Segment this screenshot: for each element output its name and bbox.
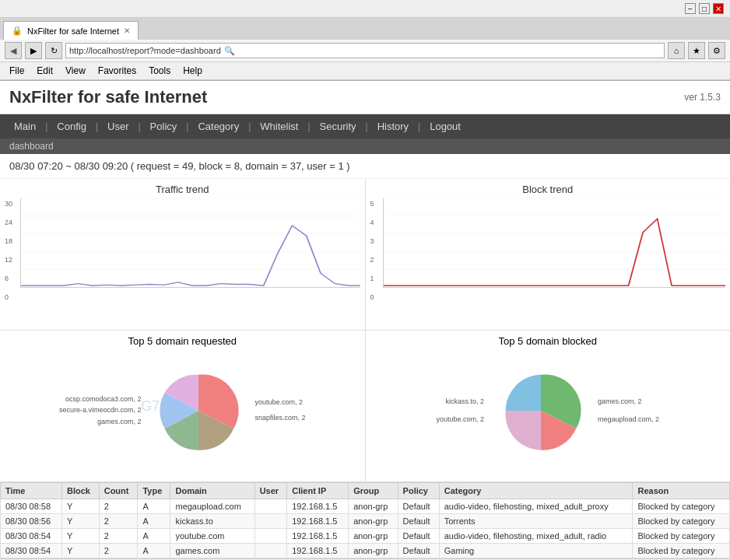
table-row: 08/30 08:56Y2Akickass.to192.168.1.5anon-…: [1, 514, 730, 529]
traffic-chart-svg: [20, 198, 360, 288]
home-button[interactable]: ⌂: [668, 42, 685, 59]
block-y-3: 3: [370, 237, 381, 245]
table-cell: Blocked by category: [633, 499, 730, 514]
top-blocked-panel: Top 5 domain blocked kickass.to, 2 youtu…: [366, 331, 731, 481]
table-cell: A: [138, 529, 170, 544]
stats-text: 08/30 07:20 ~ 08/30 09:20 ( request = 49…: [9, 160, 350, 172]
pie-label-games: games.com, 2: [59, 416, 142, 427]
tab-favicon: 🔒: [12, 26, 23, 36]
stats-bar: 08/30 07:20 ~ 08/30 09:20 ( request = 49…: [0, 154, 730, 179]
col-client-ip: Client IP: [287, 483, 349, 499]
table-cell: 2: [99, 514, 138, 529]
nav-policy[interactable]: Policy: [142, 114, 185, 138]
col-reason: Reason: [633, 483, 730, 499]
block-y-4: 4: [370, 219, 381, 226]
y-label-0: 0: [5, 293, 19, 301]
table-cell: [254, 529, 287, 544]
app-container: NxFilter for safe Internet ver 1.5.3 Mai…: [0, 81, 730, 560]
top-domain-pie: [148, 364, 249, 457]
pie-charts-row: Top 5 domain requested G7SnapFilter ocsp…: [0, 331, 730, 482]
nav-security[interactable]: Security: [312, 114, 364, 138]
menu-bar: File Edit View Favorites Tools Help: [0, 62, 730, 80]
menu-edit[interactable]: Edit: [30, 64, 59, 78]
nav-whitelist[interactable]: Whitelist: [252, 114, 306, 138]
forward-button[interactable]: ▶: [25, 42, 42, 59]
table-cell: 192.168.1.5: [287, 499, 349, 514]
table-header-row: Time Block Count Type Domain User Client…: [1, 483, 730, 499]
table-cell: Blocked by category: [633, 529, 730, 544]
table-cell: Torrents: [439, 514, 633, 529]
app-nav: Main | Config | User | Policy | Category…: [0, 114, 730, 138]
data-table: Time Block Count Type Domain User Client…: [0, 482, 730, 558]
pie-label-youtube: youtube.com, 2: [255, 395, 306, 411]
menu-view[interactable]: View: [59, 64, 92, 78]
menu-favorites[interactable]: Favorites: [92, 64, 142, 78]
tab-bar: 🔒 NxFilter for safe Internet ✕: [0, 18, 730, 40]
table-cell: anon-grp: [349, 544, 398, 558]
nav-user[interactable]: User: [100, 114, 136, 138]
table-cell: [254, 544, 287, 558]
minimize-button[interactable]: −: [685, 3, 696, 14]
data-table-container: Time Block Count Type Domain User Client…: [0, 482, 730, 558]
menu-file[interactable]: File: [3, 64, 30, 78]
nav-category[interactable]: Category: [190, 114, 247, 138]
col-group: Group: [349, 483, 398, 499]
table-cell: 192.168.1.5: [287, 544, 349, 558]
block-y-2: 2: [370, 256, 381, 264]
nav-main[interactable]: Main: [6, 114, 44, 138]
table-cell: audio-video, filehosting, mixed_adult_pr…: [439, 499, 633, 514]
y-label-12: 12: [5, 256, 19, 264]
search-icon: 🔍: [224, 46, 235, 56]
table-cell: anon-grp: [349, 529, 398, 544]
table-cell: A: [138, 544, 170, 558]
table-cell: Y: [61, 514, 99, 529]
traffic-x-labels: 07:25 07:30 07:35 07:40 07:45 07:50 07:5…: [20, 288, 360, 311]
pie-label-kickass: kickass.to, 2: [436, 393, 484, 411]
pie-label-games-blocked: games.com, 2: [598, 393, 659, 411]
address-bar[interactable]: http://localhost/report?mode=dashboard 🔍: [65, 43, 665, 58]
table-body: 08/30 08:58Y2Amegaupload.com192.168.1.5a…: [1, 499, 730, 558]
table-cell: 2: [99, 499, 138, 514]
table-cell: Y: [61, 529, 99, 544]
table-cell: Y: [61, 499, 99, 514]
pie-label-secure-vimeo: secure-a.vimeocdn.com, 2: [59, 404, 142, 415]
menu-help[interactable]: Help: [177, 64, 209, 78]
nav-config[interactable]: Config: [49, 114, 94, 138]
block-chart-title: Block trend: [370, 184, 726, 195]
table-cell: 2: [99, 544, 138, 558]
nav-logout[interactable]: Logout: [422, 114, 469, 138]
title-bar: − □ ✕: [0, 0, 730, 18]
block-y-0: 0: [370, 293, 381, 301]
top-blocked-pie: [490, 364, 591, 457]
table-cell: 08/30 08:58: [1, 499, 62, 514]
pie-label-megaupload-blocked: megaupload.com, 2: [598, 411, 659, 429]
active-tab[interactable]: 🔒 NxFilter for safe Internet ✕: [3, 21, 139, 40]
y-label-30: 30: [5, 200, 19, 208]
back-button[interactable]: ◀: [5, 42, 22, 59]
traffic-chart-panel: Traffic trend 30 24 18 12 6 0: [0, 179, 366, 330]
maximize-button[interactable]: □: [699, 3, 710, 14]
table-cell: Gaming: [439, 544, 633, 558]
table-cell: Blocked by category: [633, 544, 730, 558]
table-cell: [254, 499, 287, 514]
favorites-button[interactable]: ★: [688, 42, 705, 59]
window-controls: − □ ✕: [685, 3, 724, 14]
tab-close-button[interactable]: ✕: [124, 26, 130, 35]
close-button[interactable]: ✕: [713, 3, 724, 14]
col-type: Type: [138, 483, 170, 499]
app-subnav: dashboard: [0, 138, 730, 154]
menu-tools[interactable]: Tools: [142, 64, 177, 78]
table-cell: youtube.com: [170, 529, 254, 544]
settings-button[interactable]: ⚙: [708, 42, 725, 59]
app-header: NxFilter for safe Internet ver 1.5.3: [0, 81, 730, 114]
nav-history[interactable]: History: [370, 114, 416, 138]
table-cell: games.com: [170, 544, 254, 558]
refresh-button[interactable]: ↻: [45, 42, 62, 59]
y-label-18: 18: [5, 237, 19, 245]
table-cell: audio-video, filehosting, mixed_adult, r…: [439, 529, 633, 544]
pie-label-snapfiles: snapfiles.com, 2: [255, 411, 306, 426]
table-cell: Default: [398, 544, 439, 558]
col-time: Time: [1, 483, 62, 499]
charts-row: Traffic trend 30 24 18 12 6 0: [0, 179, 730, 331]
col-user: User: [254, 483, 287, 499]
